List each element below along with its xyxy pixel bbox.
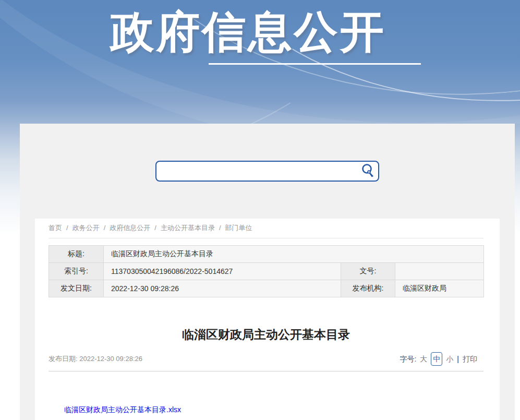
breadcrumb-item-bumen[interactable]: 部门单位 <box>225 224 252 232</box>
search-button[interactable] <box>357 162 378 181</box>
article-card: 首页/政务公开/政府信息公开/主动公开基本目录/部门单位 标题: 临淄区财政局主… <box>35 219 500 420</box>
breadcrumb-separator: / <box>104 224 106 232</box>
info-label-docnum: 文号: <box>341 263 395 280</box>
info-table: 标题: 临淄区财政局主动公开基本目录 索引号: 1137030500421960… <box>49 245 484 297</box>
table-row: 索引号: 113703050042196086/2022-5014627 文号: <box>49 263 484 280</box>
page-background: 政府信息公开 首页/政务公开/政府信息公开/主动公开基本目录/部门单位 <box>0 0 520 420</box>
breadcrumb: 首页/政务公开/政府信息公开/主动公开基本目录/部门单位 <box>49 223 483 233</box>
fontsize-small-button[interactable]: 小 <box>446 353 453 365</box>
banner-underline <box>209 63 421 65</box>
fontsize-widget: 字号: 大 中 小 | 打印 <box>400 353 477 365</box>
info-label-title: 标题: <box>49 246 104 263</box>
banner-title: 政府信息公开 <box>0 1 496 63</box>
magnifier-icon <box>360 163 376 180</box>
info-label-date: 发文日期: <box>49 280 104 297</box>
article-meta-row: 发布日期: 2022-12-30 09:28:26 字号: 大 中 小 | 打印 <box>49 353 483 365</box>
breadcrumb-divider <box>49 238 483 238</box>
fontsize-large-button[interactable]: 大 <box>420 353 427 365</box>
fontsize-medium-button[interactable]: 中 <box>431 352 442 366</box>
info-value-date: 2022-12-30 09:28:26 <box>104 280 341 297</box>
attachment-row: 临淄区财政局主动公开基本目录.xlsx <box>64 405 181 415</box>
search-box <box>155 161 379 182</box>
info-value-index: 113703050042196086/2022-5014627 <box>104 263 341 280</box>
content-divider <box>49 371 483 371</box>
fontsize-label: 字号: <box>400 353 416 365</box>
breadcrumb-separator: / <box>66 224 68 232</box>
vertical-divider: | <box>457 353 459 365</box>
publish-date-value: 2022-12-30 09:28:26 <box>79 355 142 363</box>
print-button[interactable]: 打印 <box>463 353 477 365</box>
content-panel: 首页/政务公开/政府信息公开/主动公开基本目录/部门单位 标题: 临淄区财政局主… <box>20 124 515 420</box>
breadcrumb-item-xinxigongkai[interactable]: 政府信息公开 <box>110 224 150 232</box>
info-value-docnum <box>395 263 484 280</box>
info-label-org: 发布机构: <box>341 280 395 297</box>
breadcrumb-item-mulu[interactable]: 主动公开基本目录 <box>161 224 215 232</box>
page-title: 临淄区财政局主动公开基本目录 <box>49 326 483 343</box>
table-row: 标题: 临淄区财政局主动公开基本目录 <box>49 246 484 263</box>
breadcrumb-item-home[interactable]: 首页 <box>49 224 62 232</box>
table-row: 发文日期: 2022-12-30 09:28:26 发布机构: 临淄区财政局 <box>49 280 484 297</box>
banner: 政府信息公开 <box>0 0 520 124</box>
info-value-title: 临淄区财政局主动公开基本目录 <box>104 246 484 263</box>
info-value-org: 临淄区财政局 <box>395 280 484 297</box>
breadcrumb-separator: / <box>154 224 156 232</box>
search-input[interactable] <box>156 162 357 181</box>
breadcrumb-separator: / <box>219 224 221 232</box>
info-label-index: 索引号: <box>49 263 104 280</box>
breadcrumb-item-zhengwu[interactable]: 政务公开 <box>72 224 100 232</box>
publish-date-label: 发布日期: <box>49 355 78 363</box>
attachment-link[interactable]: 临淄区财政局主动公开基本目录.xlsx <box>64 405 181 414</box>
